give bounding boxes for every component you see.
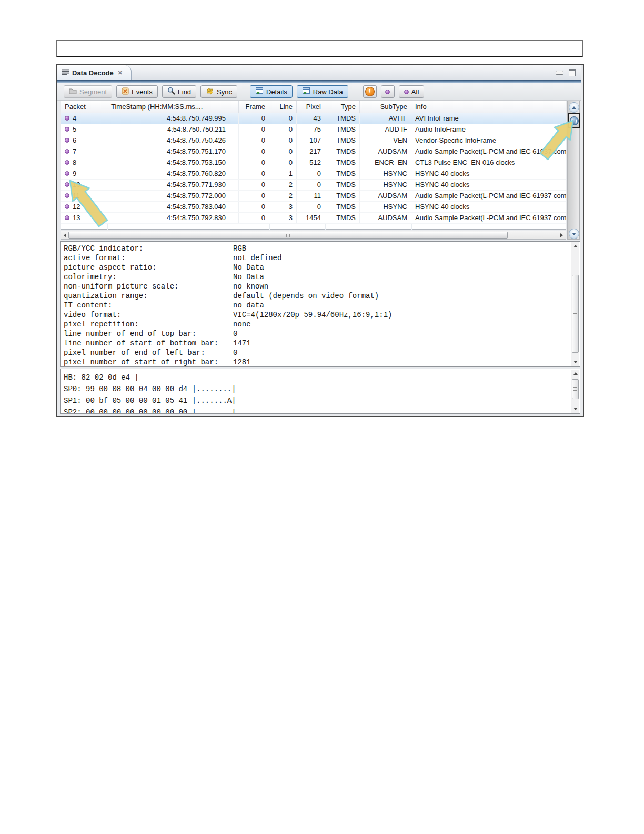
cell-packet: 4 — [61, 113, 107, 124]
table-row[interactable]: 114:54:8.750.772.0000211TMDSAUDSAMAudio … — [61, 191, 566, 202]
cell-line: 0 — [269, 146, 297, 157]
table-row[interactable]: 104:54:8.750.771.930020TMDSHSYNCHSYNC 40… — [61, 180, 566, 191]
packet-dot-icon — [65, 149, 69, 154]
details-window-icon — [255, 87, 264, 96]
packet-dot-icon — [65, 171, 69, 176]
table-row[interactable]: 64:54:8.750.750.42600107TMDSVENVendor-Sp… — [61, 135, 566, 146]
decode-list-icon — [62, 68, 69, 77]
tab-bar: Data Decode ✕ — [57, 65, 581, 80]
table-row[interactable]: 44:54:8.750.749.9950043TMDSAVI IFAVI Inf… — [61, 113, 566, 124]
table-row[interactable]: 54:54:8.750.750.2110075TMDSAUD IFAudio I… — [61, 124, 566, 135]
cell-subtype: AVI IF — [360, 113, 411, 124]
vertical-scrollbar[interactable] — [567, 101, 580, 240]
column-header-subtype[interactable]: SubType — [360, 101, 411, 113]
cell-info: HSYNC 40 clocks — [411, 180, 566, 190]
error-icon: ! — [365, 87, 375, 96]
maximize-view-icon[interactable] — [569, 69, 576, 76]
cell-subtype: VEN — [360, 135, 411, 146]
details-button[interactable]: Details — [250, 85, 293, 98]
cell-pixel: 217 — [297, 146, 325, 157]
up-arrow-icon — [572, 106, 576, 109]
cell-info: Audio Sample Packet(L-PCM and IEC 61937 … — [411, 146, 566, 157]
tab-data-decode[interactable]: Data Decode ✕ — [57, 65, 132, 80]
detail-line: non-uniform picture scale:no known — [64, 282, 569, 291]
up-arrow-icon[interactable] — [573, 372, 578, 375]
cell-timestamp: 4:54:8.750.783.040 — [107, 202, 239, 212]
cell-type: TMDS — [325, 113, 360, 124]
cell-timestamp: 4:54:8.750.750.426 — [107, 135, 239, 146]
horizontal-scrollbar[interactable] — [61, 231, 566, 240]
cell-info: HSYNC 40 clocks — [411, 168, 566, 179]
column-header-packet[interactable]: Packet — [61, 101, 107, 113]
table-body: 44:54:8.750.749.9950043TMDSAVI IFAVI Inf… — [61, 113, 566, 230]
packet-dot-icon — [404, 90, 409, 94]
cell-subtype: AUD IF — [360, 124, 411, 135]
cell-line: 0 — [269, 113, 297, 124]
up-arrow-icon[interactable] — [573, 245, 578, 247]
column-header-timestamp[interactable]: TimeStamp (HH:MM:SS.ms.... — [107, 101, 239, 113]
packet-filter-button[interactable] — [381, 85, 395, 98]
cell-type: TMDS — [325, 157, 360, 168]
segment-button[interactable]: Segment — [64, 85, 112, 98]
minimize-view-icon[interactable] — [556, 71, 564, 75]
horizontal-scrollbar-thumb[interactable] — [68, 232, 508, 239]
column-header-line[interactable]: Line — [269, 101, 297, 113]
cell-type: TMDS — [325, 135, 360, 146]
events-button[interactable]: Events — [116, 85, 158, 98]
column-header-frame[interactable]: Frame — [239, 101, 269, 113]
table-row[interactable]: 124:54:8.750.783.040030TMDSHSYNCHSYNC 40… — [61, 202, 566, 213]
cell-info: Audio Sample Packet(L-PCM and IEC 61937 … — [411, 213, 566, 223]
raw-scrollbar-thumb[interactable] — [572, 379, 579, 399]
column-header-pixel[interactable]: Pixel — [297, 101, 325, 113]
raw-scrollbar[interactable] — [571, 370, 579, 413]
cell-pixel: 0 — [297, 202, 325, 212]
error-filter-button[interactable]: ! — [363, 85, 377, 98]
cell-packet: 9 — [61, 168, 107, 179]
details-scrollbar[interactable] — [571, 242, 579, 366]
table-row[interactable]: 74:54:8.750.751.17000217TMDSAUDSAMAudio … — [61, 146, 566, 157]
column-header-info[interactable]: Info — [411, 101, 566, 113]
cell-frame: 0 — [239, 146, 269, 157]
toolbar: Segment Events Find Sync Details — [57, 83, 581, 101]
cell-packet: 11 — [61, 191, 107, 201]
cell-pixel: 11 — [297, 191, 325, 201]
down-arrow-icon[interactable] — [573, 361, 578, 363]
cell-timestamp: 4:54:8.750.749.995 — [107, 113, 239, 124]
scroll-sync-button[interactable] — [568, 113, 580, 128]
raw-data-pane: HB: 82 02 0d e4 |SP0: 99 00 08 00 04 00 … — [60, 369, 580, 414]
cell-packet: 13 — [61, 213, 107, 223]
cell-info: Audio Sample Packet(L-PCM and IEC 61937 … — [411, 191, 566, 201]
scroll-left-icon[interactable] — [64, 233, 66, 237]
cell-type: TMDS — [325, 191, 360, 201]
raw-line: SP2: 00 00 00 00 00 00 00 00 |........| — [64, 406, 569, 414]
cell-frame: 0 — [239, 213, 269, 223]
detail-line: line number of end of top bar:0 — [64, 329, 569, 339]
table-row[interactable]: 84:54:8.750.753.15000512TMDSENCR_ENCTL3 … — [61, 157, 566, 168]
cell-frame: 0 — [239, 202, 269, 212]
packet-dot-icon — [65, 160, 69, 165]
detail-line: pixel number of end of left bar:0 — [64, 348, 569, 358]
details-scrollbar-thumb[interactable] — [572, 275, 579, 353]
scroll-right-icon[interactable] — [560, 233, 563, 237]
cell-info: Vendor-Specific InfoFrame — [411, 135, 566, 146]
scroll-down-button[interactable] — [569, 229, 579, 239]
cell-line: 2 — [269, 191, 297, 201]
packet-dot-icon — [65, 204, 69, 209]
column-header-type[interactable]: Type — [325, 101, 360, 113]
scroll-up-button[interactable] — [569, 102, 579, 113]
cell-frame: 0 — [239, 168, 269, 179]
raw-data-window-icon — [302, 87, 310, 96]
find-button[interactable]: Find — [162, 85, 196, 98]
packet-dot-icon — [65, 215, 69, 220]
cell-type: TMDS — [325, 202, 360, 212]
all-filter-button[interactable]: All — [399, 85, 424, 98]
table-row[interactable]: 94:54:8.750.760.820010TMDSHSYNCHSYNC 40 … — [61, 168, 566, 180]
sync-button[interactable]: Sync — [200, 85, 237, 98]
cell-pixel: 512 — [297, 157, 325, 168]
table-row[interactable]: 134:54:8.750.792.830031454TMDSAUDSAMAudi… — [61, 213, 566, 224]
raw-data-button[interactable]: Raw Data — [297, 85, 348, 98]
cell-frame: 0 — [239, 191, 269, 201]
down-arrow-icon[interactable] — [573, 408, 578, 410]
scroll-sync-icon — [570, 116, 579, 125]
tab-close-icon[interactable]: ✕ — [118, 70, 123, 76]
